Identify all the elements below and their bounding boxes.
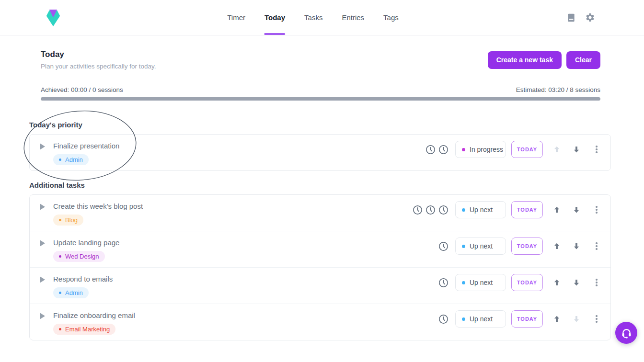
- settings-button[interactable]: [584, 11, 596, 23]
- nav-tabs: TimerTodayTasksEntriesTags: [227, 0, 399, 35]
- app-logo[interactable]: [45, 8, 61, 29]
- session-clocks: [438, 238, 449, 255]
- gear-icon: [585, 12, 595, 23]
- arrow-down-icon: [572, 315, 581, 323]
- move-up-button[interactable]: [552, 141, 562, 158]
- arrow-down-icon: [572, 278, 581, 287]
- book-button[interactable]: [565, 12, 577, 23]
- achieved-label: Achieved: 00:00 / 0 sessions: [41, 86, 123, 93]
- play-button[interactable]: [40, 141, 46, 151]
- status-dot: [462, 148, 465, 151]
- tab-timer[interactable]: Timer: [227, 0, 245, 35]
- top-nav: TimerTodayTasksEntriesTags: [0, 0, 644, 35]
- task-row-left: Finalize presentationAdmin: [40, 141, 119, 165]
- status-badge[interactable]: Up next: [455, 310, 506, 328]
- session-clocks: [425, 141, 449, 158]
- status-badge[interactable]: In progress: [455, 141, 506, 158]
- clock-icon: [438, 277, 449, 288]
- section-title: Today's priority: [29, 121, 611, 129]
- today-button[interactable]: TODAY: [511, 310, 543, 328]
- status-badge[interactable]: Up next: [455, 201, 506, 218]
- move-down-button[interactable]: [572, 141, 581, 158]
- task-main: Create this week's blog postBlog: [53, 201, 143, 226]
- clock-icon: [438, 204, 449, 215]
- status-badge[interactable]: Up next: [455, 238, 506, 255]
- task-title: Finalize presentation: [53, 141, 119, 151]
- tab-entries[interactable]: Entries: [342, 0, 364, 35]
- task-row-left: Respond to emailsAdmin: [40, 274, 113, 298]
- session-clocks: [412, 201, 449, 218]
- tag-dot: [59, 158, 61, 161]
- move-down-button[interactable]: [572, 238, 581, 255]
- task-menu-button[interactable]: [592, 141, 601, 158]
- today-button[interactable]: TODAY: [511, 238, 543, 255]
- task-row-controls: Up nextTODAY: [412, 201, 603, 226]
- task-title: Create this week's blog post: [53, 201, 143, 211]
- tag-dot: [59, 292, 61, 294]
- status-dot: [462, 281, 465, 284]
- page-header: Today Plan your activities specifically …: [29, 50, 611, 70]
- move-down-button[interactable]: [572, 201, 581, 218]
- section-title: Additional tasks: [29, 181, 611, 189]
- nav-icons: [565, 0, 596, 35]
- play-icon: [40, 143, 46, 150]
- status-dot: [462, 208, 465, 212]
- play-icon: [40, 240, 46, 247]
- move-up-button[interactable]: [552, 238, 562, 255]
- support-chat-button[interactable]: [615, 322, 637, 344]
- tab-tags[interactable]: Tags: [383, 0, 399, 35]
- play-button[interactable]: [40, 201, 46, 212]
- move-up-button[interactable]: [552, 201, 562, 218]
- task-row: Respond to emailsAdminUp nextTODAY: [30, 267, 610, 304]
- section-today-s-priority: Today's priorityFinalize presentationAdm…: [29, 121, 611, 171]
- clear-button[interactable]: Clear: [566, 51, 600, 69]
- today-button[interactable]: TODAY: [511, 274, 543, 291]
- task-card: Create this week's blog postBlogUp nextT…: [29, 194, 611, 340]
- play-button[interactable]: [40, 310, 46, 321]
- task-row: Finalize onboarding emailEmail Marketing…: [30, 304, 610, 340]
- play-button[interactable]: [40, 238, 46, 248]
- section-additional-tasks: Additional tasksCreate this week's blog …: [29, 181, 611, 340]
- tag-dot: [59, 219, 61, 221]
- task-menu-button[interactable]: [592, 310, 601, 328]
- create-task-button[interactable]: Create a new task: [488, 51, 562, 69]
- headset-icon: [621, 327, 632, 339]
- tab-today[interactable]: Today: [264, 0, 285, 35]
- task-row-controls: In progressTODAY: [425, 141, 603, 165]
- move-up-button[interactable]: [552, 274, 562, 291]
- move-down-button[interactable]: [572, 310, 581, 328]
- task-row-left: Finalize onboarding emailEmail Marketing: [40, 310, 135, 335]
- task-row-left: Update landing pageWed Design: [40, 238, 119, 262]
- task-tag: Email Marketing: [53, 324, 115, 335]
- task-row-controls: Up nextTODAY: [438, 310, 603, 335]
- arrow-up-icon: [552, 278, 561, 287]
- task-menu-button[interactable]: [592, 238, 601, 255]
- tag-label: Wed Design: [65, 253, 99, 260]
- task-row: Finalize presentationAdminIn progressTOD…: [30, 135, 610, 170]
- page-subtitle: Plan your activities specifically for to…: [41, 63, 156, 70]
- task-main: Respond to emailsAdmin: [53, 274, 113, 298]
- move-down-button[interactable]: [572, 274, 581, 291]
- move-up-button[interactable]: [552, 310, 562, 328]
- session-clocks: [438, 274, 449, 291]
- task-menu-button[interactable]: [592, 201, 601, 218]
- main-content: Today Plan your activities specifically …: [29, 50, 611, 340]
- task-menu-button[interactable]: [592, 274, 601, 291]
- logo-icon: [45, 8, 61, 27]
- tab-tasks[interactable]: Tasks: [304, 0, 322, 35]
- status-label: Up next: [470, 206, 493, 214]
- status-badge[interactable]: Up next: [455, 274, 506, 291]
- tag-dot: [59, 255, 61, 258]
- today-button[interactable]: TODAY: [511, 201, 543, 218]
- clock-icon: [438, 314, 449, 325]
- clock-icon: [425, 144, 436, 155]
- task-card: Finalize presentationAdminIn progressTOD…: [29, 134, 611, 171]
- status-label: Up next: [470, 315, 493, 323]
- task-main: Update landing pageWed Design: [53, 238, 119, 262]
- play-button[interactable]: [40, 274, 46, 284]
- task-title: Finalize onboarding email: [53, 310, 135, 320]
- task-tag: Admin: [53, 287, 89, 298]
- today-button[interactable]: TODAY: [511, 141, 543, 158]
- task-tag: Admin: [53, 154, 89, 165]
- play-icon: [40, 313, 46, 319]
